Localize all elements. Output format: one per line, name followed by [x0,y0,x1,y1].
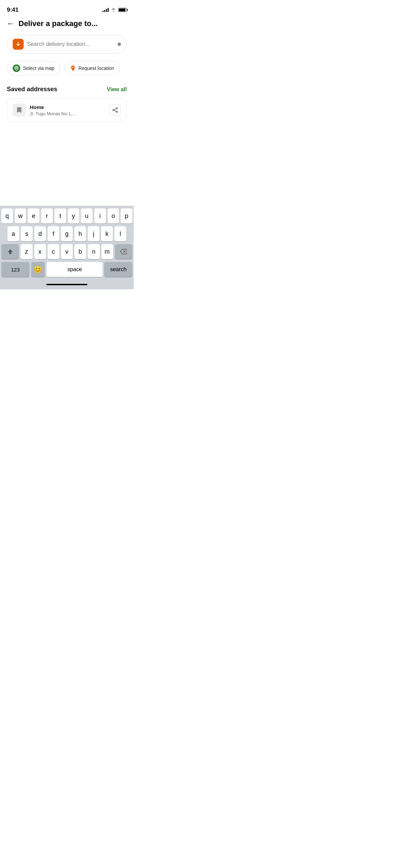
request-location-label: Request location [78,65,114,71]
back-arrow-icon: ← [7,19,14,28]
cursor-indicator [118,43,121,46]
status-bar: 9:41 [0,0,134,15]
saved-addresses-title: Saved addresses [7,86,57,93]
search-container [0,32,134,56]
address-name: Home [30,104,76,110]
key-z[interactable]: z [21,244,32,259]
header: ← Deliver a package to... [0,15,134,32]
key-p[interactable]: p [121,208,132,224]
address-left: Home Jl. Tugu Monas No.1,... [13,104,76,117]
svg-point-1 [72,67,74,68]
delete-icon [120,249,127,254]
key-j[interactable]: j [88,226,99,241]
search-bar[interactable] [7,35,127,53]
key-t[interactable]: t [54,208,66,224]
delivery-icon [13,39,24,50]
select-via-map-button[interactable]: Select via map [7,61,60,75]
address-info: Home Jl. Tugu Monas No.1,... [30,104,76,116]
bookmark-icon [13,104,26,117]
options-row: Select via map Request location [0,56,134,80]
key-s[interactable]: s [21,226,33,241]
back-button[interactable]: ← [7,19,14,28]
saved-addresses-section: Saved addresses View all Home Jl. Tugu M… [0,80,134,124]
key-a[interactable]: a [8,226,19,241]
keyboard-row-1: q w e r t y u i o p [1,208,132,224]
key-c[interactable]: c [48,244,59,259]
keyboard-row-3: z x c v b n m [1,244,132,259]
key-g[interactable]: g [61,226,73,241]
keyboard-row-2: a s d f g h j k l [1,226,132,241]
address-detail: Jl. Tugu Monas No.1,... [30,111,76,116]
home-indicator [1,280,132,289]
request-location-button[interactable]: Request location [64,61,120,75]
status-time: 9:41 [7,7,19,13]
share-icon [112,107,118,113]
keyboard-bottom-row: 123 😊 space search [1,262,132,277]
key-k[interactable]: k [101,226,113,241]
status-icons [102,8,127,12]
key-e[interactable]: e [28,208,39,224]
emoji-key[interactable]: 😊 [31,262,45,277]
key-y[interactable]: y [68,208,80,224]
key-u[interactable]: u [81,208,93,224]
signal-icon [102,8,109,12]
space-key[interactable]: space [47,262,102,277]
share-button[interactable] [109,104,121,116]
key-l[interactable]: l [114,226,126,241]
saved-header: Saved addresses View all [7,86,127,93]
key-i[interactable]: i [94,208,106,224]
select-via-map-label: Select via map [23,65,54,71]
key-m[interactable]: m [101,244,113,259]
page-title: Deliver a package to... [19,19,98,28]
delete-key[interactable] [115,244,132,259]
key-n[interactable]: n [88,244,99,259]
numbers-key[interactable]: 123 [1,262,29,277]
key-x[interactable]: x [34,244,46,259]
view-all-button[interactable]: View all [107,86,127,93]
key-q[interactable]: q [1,208,13,224]
key-b[interactable]: b [74,244,86,259]
key-h[interactable]: h [74,226,86,241]
search-input[interactable] [27,41,114,47]
key-o[interactable]: o [108,208,119,224]
wifi-icon [111,8,116,12]
key-w[interactable]: w [15,208,26,224]
svg-point-0 [16,67,17,69]
battery-icon [118,8,127,12]
keyboard[interactable]: q w e r t y u i o p a s d f g h j k l z … [0,206,134,289]
key-d[interactable]: d [34,226,46,241]
search-key[interactable]: search [104,262,132,277]
map-icon [13,64,20,72]
shift-key[interactable] [1,244,19,259]
key-v[interactable]: v [61,244,73,259]
shift-icon [7,249,13,255]
arrow-down-icon [15,41,21,47]
home-indicator-bar [46,284,87,285]
address-card-home[interactable]: Home Jl. Tugu Monas No.1,... [7,98,127,122]
key-f[interactable]: f [48,226,59,241]
location-pin-icon [70,65,76,71]
key-r[interactable]: r [41,208,53,224]
